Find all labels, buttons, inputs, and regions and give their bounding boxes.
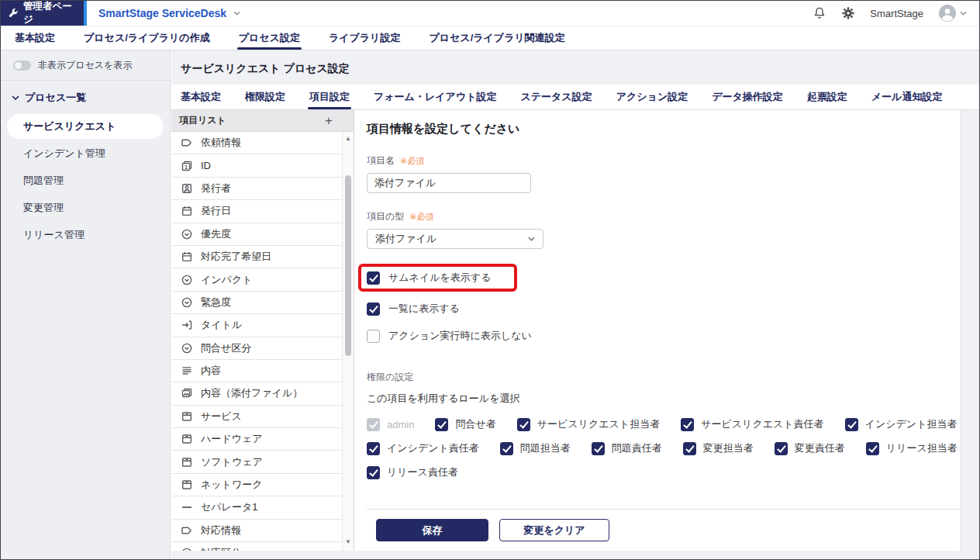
settings-tab[interactable]: 項目設定 (309, 85, 350, 109)
item-list-row[interactable]: 対応区分 (171, 542, 342, 551)
notification-bell-icon[interactable] (813, 6, 826, 20)
item-list-row[interactable]: 対応情報 (171, 520, 342, 542)
scrollbar-thumb[interactable] (345, 175, 351, 356)
field-name-input[interactable] (367, 173, 531, 193)
checkbox[interactable] (775, 442, 788, 455)
sidebar-process-item[interactable]: サービスリクエスト (7, 114, 164, 139)
role-checkbox-row[interactable]: 変更責任者 (775, 441, 845, 455)
role-checkbox-row[interactable]: 問合せ者 (435, 417, 495, 431)
item-list-row[interactable]: 1 ID (171, 154, 342, 177)
checkbox[interactable] (866, 442, 879, 455)
item-list-row[interactable]: 対応完了希望日 (171, 246, 342, 268)
checkbox[interactable] (592, 442, 605, 455)
account-menu[interactable] (938, 4, 967, 22)
item-list-row[interactable]: サービス (171, 406, 342, 428)
role-checkbox-row[interactable]: リリース責任者 (367, 465, 458, 479)
sidebar-process-item[interactable]: インシデント管理 (7, 141, 164, 166)
item-list-row[interactable]: インパクト (171, 268, 342, 291)
checkbox[interactable] (367, 302, 380, 316)
settings-tab[interactable]: 基本設定 (181, 85, 221, 109)
accent-divider (84, 1, 87, 26)
role-checkbox-row[interactable]: サービスリクエスト担当者 (517, 417, 660, 431)
process-list-section[interactable]: プロセス一覧 (1, 81, 170, 112)
toggle-switch[interactable] (13, 60, 31, 71)
hidden-process-toggle-row[interactable]: 非表示プロセスを表示 (1, 50, 170, 81)
role-checkbox-row[interactable]: 変更担当者 (683, 441, 754, 455)
role-checkbox-row[interactable]: サービスリクエスト責任者 (681, 417, 823, 431)
field-type-select[interactable]: 添付ファイル (367, 229, 543, 249)
checkbox[interactable] (500, 442, 513, 455)
checkbox[interactable] (367, 271, 380, 285)
checkbox[interactable] (435, 418, 448, 431)
checkbox[interactable] (681, 418, 694, 431)
sidebar-process-item[interactable]: 問題管理 (7, 168, 164, 193)
admin-page-button[interactable]: 管理者ページ (1, 1, 84, 26)
role-label: 問合せ者 (455, 417, 495, 431)
settings-tab[interactable]: メール通知設定 (871, 85, 943, 109)
checkbox[interactable] (367, 418, 380, 431)
settings-tab[interactable]: ステータス設定 (520, 85, 592, 109)
clear-changes-button[interactable]: 変更をクリア (499, 519, 609, 541)
settings-tab[interactable]: 権限設定 (245, 85, 285, 109)
role-checkbox-row[interactable]: 問題担当者 (500, 441, 571, 455)
item-list-row[interactable]: ソフトウェア (171, 451, 342, 473)
settings-gear-icon[interactable] (841, 6, 855, 20)
item-list-label: ID (201, 160, 211, 171)
item-list-row[interactable]: セパレータ1 (171, 496, 342, 519)
app-name: SmartStage ServiceDesk (98, 7, 226, 19)
item-list-row[interactable]: 内容 (171, 360, 342, 382)
global-nav-item[interactable]: プロセス設定 (239, 26, 300, 50)
item-list-row[interactable]: 内容（添付ファイル） (171, 382, 342, 405)
item-list-row[interactable]: 発行者 (171, 178, 342, 200)
role-checkbox-row[interactable]: リリース担当者 (866, 441, 958, 455)
item-list-row[interactable]: 優先度 (171, 223, 342, 246)
checkbox[interactable] (517, 418, 530, 431)
settings-tab[interactable]: 起票設定 (807, 85, 847, 109)
option-checkbox-row[interactable]: アクション実行時に表示しない (367, 329, 532, 343)
checkbox[interactable] (683, 442, 696, 455)
global-nav-item[interactable]: プロセス/ライブラリ関連設定 (429, 26, 564, 50)
role-checkbox-row[interactable]: インシデント責任者 (367, 441, 479, 455)
item-list-label: 緊急度 (201, 296, 231, 309)
select-icon (181, 547, 193, 551)
item-list-row[interactable]: ハードウェア (171, 428, 342, 451)
option-label: サムネイルを表示する (388, 271, 491, 285)
master-icon (181, 410, 193, 423)
save-button[interactable]: 保存 (376, 519, 488, 541)
item-list-row[interactable]: 緊急度 (171, 292, 342, 314)
person-icon (181, 182, 193, 195)
item-list-label: 問合せ区分 (201, 341, 251, 355)
global-nav-item[interactable]: プロセス/ライブラリの作成 (84, 26, 210, 50)
settings-tab[interactable]: アクション設定 (616, 85, 688, 109)
option-checkbox-row[interactable]: 一覧に表示する (367, 302, 460, 316)
item-list-row[interactable]: 問合せ区分 (171, 337, 342, 360)
sidebar-process-item[interactable]: リリース管理 (7, 223, 164, 247)
scroll-down-arrow[interactable]: ▼ (343, 537, 354, 548)
item-list-row[interactable]: ネットワーク (171, 474, 342, 496)
role-checkbox-row[interactable]: 問題責任者 (592, 441, 662, 455)
add-item-button[interactable]: + (325, 114, 333, 127)
settings-tab[interactable]: データ操作設定 (712, 85, 783, 109)
item-list-row[interactable]: 依頼情報 (171, 132, 342, 154)
item-list-label: ソフトウェア (201, 455, 263, 469)
checkbox[interactable] (367, 466, 380, 479)
checkbox[interactable] (367, 330, 380, 343)
role-checkbox-row[interactable]: admin (367, 417, 414, 431)
label-icon (181, 524, 193, 537)
chevron-down-icon (960, 11, 967, 16)
checkbox[interactable] (845, 418, 858, 431)
checkbox[interactable] (367, 442, 380, 455)
settings-tab[interactable]: フォーム・レイアウト設定 (374, 85, 496, 109)
global-nav-item[interactable]: ライブラリ設定 (329, 26, 401, 50)
item-list-row[interactable]: 発行日 (171, 200, 342, 223)
role-checkbox-row[interactable]: インシデント担当者 (845, 417, 958, 431)
option-checkbox-row[interactable]: サムネイルを表示する (358, 264, 517, 292)
global-nav-item[interactable]: 基本設定 (15, 26, 55, 50)
sidebar-process-item[interactable]: 変更管理 (7, 195, 164, 220)
field-type-label: 項目の型 (367, 210, 404, 223)
item-list-scrollbar[interactable]: ▲ ▼ (342, 132, 354, 551)
app-switcher[interactable]: SmartStage ServiceDesk (98, 7, 240, 19)
scroll-up-arrow[interactable]: ▲ (343, 133, 354, 144)
item-list-label: 内容（添付ファイル） (201, 386, 302, 400)
item-list-row[interactable]: タイトル (171, 314, 342, 337)
